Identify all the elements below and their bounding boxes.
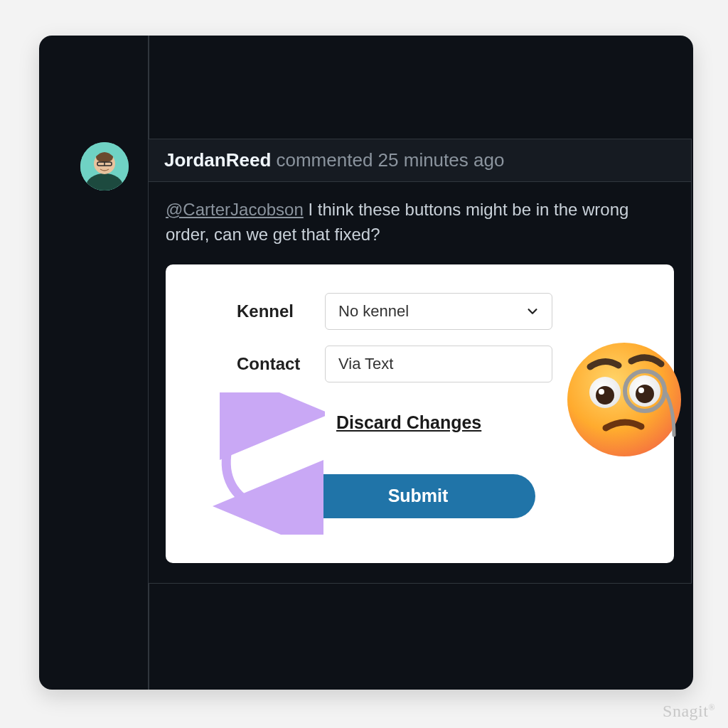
kennel-select[interactable]: No kennel: [325, 293, 552, 330]
contact-input[interactable]: Via Text: [325, 346, 552, 382]
kennel-select-value: No kennel: [338, 302, 409, 321]
contact-input-value: Via Text: [338, 355, 393, 373]
comment-header: JordanReed commented 25 minutes ago: [149, 139, 691, 182]
comment-author[interactable]: JordanReed: [164, 149, 271, 171]
chevron-down-icon: [526, 305, 539, 318]
watermark: Snagit®: [663, 702, 715, 721]
swap-arrow-icon: [197, 392, 325, 535]
svg-point-8: [599, 389, 604, 395]
svg-point-7: [596, 386, 614, 405]
comment-card: JordanReed commented 25 minutes ago @Car…: [39, 36, 693, 690]
mention-link[interactable]: @CarterJacobson: [166, 200, 304, 219]
comment-body: @CarterJacobson I think these buttons mi…: [149, 182, 691, 583]
comment-text: @CarterJacobson I think these buttons mi…: [166, 198, 674, 247]
comment-time: 25 minutes ago: [378, 149, 505, 171]
contact-label: Contact: [201, 354, 308, 374]
embedded-screenshot: Kennel No kennel Contact Via Text Discar…: [166, 264, 674, 563]
face-with-monocle-icon: [560, 336, 688, 464]
svg-point-11: [638, 387, 644, 393]
comment-action: commented: [277, 149, 373, 171]
kennel-label: Kennel: [201, 301, 308, 321]
avatar[interactable]: [80, 142, 129, 191]
comment-box: JordanReed commented 25 minutes ago @Car…: [148, 139, 692, 584]
submit-button[interactable]: Submit: [301, 474, 535, 518]
discard-changes-link[interactable]: Discard Changes: [336, 412, 481, 433]
form-row-kennel: Kennel No kennel: [201, 293, 638, 330]
svg-point-10: [636, 385, 654, 403]
